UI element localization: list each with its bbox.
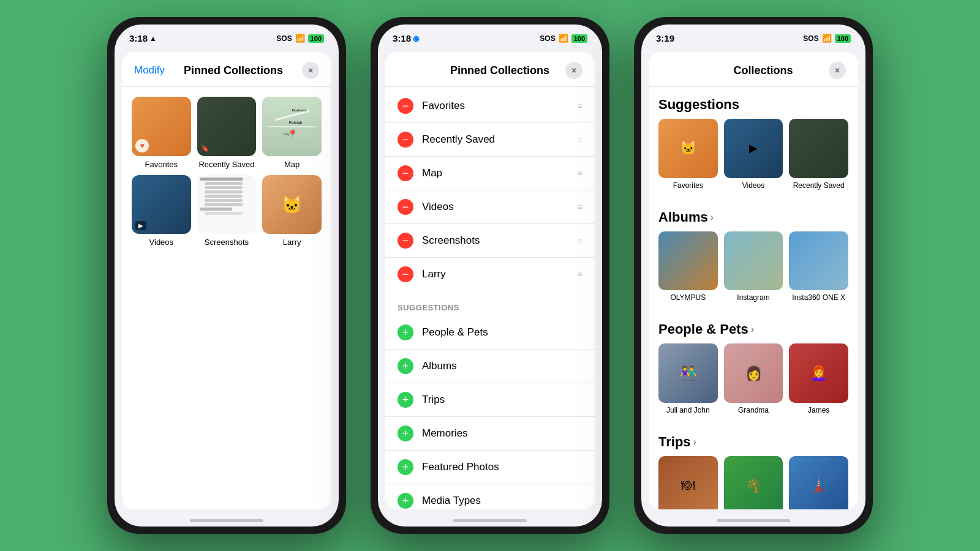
thumb-screenshots xyxy=(197,175,257,234)
close-button-2[interactable]: × xyxy=(565,62,582,79)
grid-item-recently-saved[interactable]: 🔖 Recently Saved xyxy=(197,97,257,169)
label-videos: Videos xyxy=(149,238,174,247)
list-visual xyxy=(197,175,257,234)
item-label-larry: Larry xyxy=(422,268,569,280)
grid-item-favorites[interactable]: ♥ Favorites xyxy=(132,97,191,169)
col-item-trip-1[interactable]: 🍽 xyxy=(658,456,718,509)
suggestions-header: SUGGESTIONS xyxy=(385,296,595,316)
line-5 xyxy=(205,195,243,198)
col-item-insta360[interactable]: Insta360 ONE X xyxy=(789,231,848,302)
drag-handle-screenshots[interactable]: ≡ xyxy=(578,236,582,246)
time-1: 3:18 ▲ xyxy=(129,33,157,43)
phone-2-screen: 3:18 ◉ SOS 📶 100 Pinned Collections × − xyxy=(378,24,602,527)
section-albums[interactable]: Albums › xyxy=(658,200,848,231)
col-thumb-james: 👩‍🦰 xyxy=(789,343,848,403)
status-icons-3: SOS 📶 100 xyxy=(803,34,851,43)
close-button-3[interactable]: × xyxy=(829,62,846,79)
line-6 xyxy=(205,199,243,202)
thumb-larry: 🐱 xyxy=(262,175,322,234)
col-label-favorites: Favorites xyxy=(658,181,718,190)
section-suggestions: Suggestions xyxy=(658,87,848,119)
battery-3: 100 xyxy=(835,34,851,43)
list-item-media-types[interactable]: + Media Types xyxy=(385,484,595,509)
drag-handle-recently-saved[interactable]: ≡ xyxy=(578,135,582,144)
list-item-larry[interactable]: − Larry ≡ xyxy=(385,258,595,291)
col-label-instagram: Instagram xyxy=(724,293,783,302)
grid-item-videos[interactable]: ▶ Videos xyxy=(132,175,191,247)
line-3 xyxy=(205,186,243,189)
battery-2: 100 xyxy=(571,34,587,43)
item-label-favorites: Favorites xyxy=(422,100,569,112)
col-thumb-favorites: 🐱 xyxy=(658,119,718,178)
col-thumb-trip-2: 🌴 xyxy=(724,456,783,509)
drag-handle-larry[interactable]: ≡ xyxy=(578,269,582,279)
list-item-videos[interactable]: − Videos ≡ xyxy=(385,190,595,224)
list-item-screenshots[interactable]: − Screenshots ≡ xyxy=(385,224,595,258)
col-label-insta360: Insta360 ONE X xyxy=(789,293,848,302)
line-7 xyxy=(205,203,243,206)
minus-icon-videos: − xyxy=(398,199,413,215)
wifi-icon-2: 📶 xyxy=(559,34,568,43)
col-item-instagram[interactable]: Instagram xyxy=(724,231,783,302)
grid-item-larry[interactable]: 🐱 Larry xyxy=(262,175,322,247)
modal-title-1: Pinned Collections xyxy=(165,64,302,77)
list-item-memories[interactable]: + Memories xyxy=(385,417,595,451)
label-larry: Larry xyxy=(283,238,301,247)
col-item-trip-3[interactable]: 🗼 xyxy=(789,456,848,509)
item-label-map: Map xyxy=(422,167,569,179)
drag-handle-videos[interactable]: ≡ xyxy=(578,202,582,212)
chevron-albums: › xyxy=(710,212,714,223)
time-2: 3:18 ◉ xyxy=(393,33,419,43)
item-label-screenshots: Screenshots xyxy=(422,234,569,247)
sos-label-1: SOS xyxy=(276,34,292,43)
list-item-favorites[interactable]: − Favorites ≡ xyxy=(385,89,595,123)
list-item-trips[interactable]: + Trips xyxy=(385,383,595,417)
phone-2: 3:18 ◉ SOS 📶 100 Pinned Collections × − xyxy=(371,17,609,534)
drag-handle-favorites[interactable]: ≡ xyxy=(578,101,582,111)
grid-item-map[interactable]: Durham Raleigh Cary 📍 Map xyxy=(262,97,322,169)
list-item-people-pets[interactable]: + People & Pets xyxy=(385,316,595,350)
col-item-videos[interactable]: ▶ Videos xyxy=(724,119,783,190)
photo-grid-1: ♥ Favorites 🔖 Recently Saved xyxy=(132,97,322,247)
list-item-featured-photos[interactable]: + Featured Photos xyxy=(385,451,595,484)
collections-content: Suggestions 🐱 Favorites ▶ Videos xyxy=(649,87,858,509)
section-trips[interactable]: Trips › xyxy=(658,424,848,456)
section-people-pets[interactable]: People & Pets › xyxy=(658,312,848,343)
col-thumb-juli-john: 👫 xyxy=(658,343,718,403)
close-button-1[interactable]: × xyxy=(302,62,319,79)
col-item-favorites[interactable]: 🐱 Favorites xyxy=(658,119,718,190)
col-item-recently-saved[interactable]: Recently Saved xyxy=(789,119,848,190)
modal-card-1: Modify Pinned Collections × ♥ Favorites xyxy=(122,52,331,509)
col-item-trip-2[interactable]: 🌴 xyxy=(724,456,783,509)
list-item-map[interactable]: − Map ≡ xyxy=(385,157,595,190)
status-bar-3: 3:19 SOS 📶 100 xyxy=(641,24,865,47)
modal-title-3: Collections xyxy=(698,64,829,77)
list-item-albums[interactable]: + Albums xyxy=(385,350,595,383)
list-item-recently-saved[interactable]: − Recently Saved ≡ xyxy=(385,123,595,157)
modal-title-2: Pinned Collections xyxy=(434,64,565,77)
time-3: 3:19 xyxy=(656,33,674,43)
col-item-juli-john[interactable]: 👫 Juli and John xyxy=(658,343,718,414)
item-label-recently-saved: Recently Saved xyxy=(422,133,569,146)
chevron-people: › xyxy=(751,324,754,335)
col-item-olympus[interactable]: OLYMPUS xyxy=(658,231,718,302)
col-thumb-olympus xyxy=(658,231,718,291)
drag-handle-map[interactable]: ≡ xyxy=(578,168,582,178)
col-item-james[interactable]: 👩‍🦰 James xyxy=(789,343,848,414)
item-label-albums: Albums xyxy=(422,360,582,372)
status-icons-2: SOS 📶 100 xyxy=(540,34,587,43)
location-icon-2: ◉ xyxy=(413,34,419,43)
pinned-section: − Favorites ≡ − Recently Saved ≡ − Map ≡ xyxy=(385,87,595,293)
grid-item-screenshots[interactable]: Screenshots xyxy=(197,175,257,247)
col-thumb-trip-3: 🗼 xyxy=(789,456,848,509)
item-label-memories: Memories xyxy=(422,427,582,440)
modify-button[interactable]: Modify xyxy=(134,64,165,77)
suggestions-section: SUGGESTIONS + People & Pets + Albums + T… xyxy=(385,293,595,509)
thumb-favorites: ♥ xyxy=(132,97,191,156)
minus-icon-map: − xyxy=(398,165,413,181)
phone-3: 3:19 SOS 📶 100 Collections × Suggestions xyxy=(634,17,873,534)
sos-label-2: SOS xyxy=(540,34,555,43)
battery-1: 100 xyxy=(308,34,324,43)
col-item-grandma[interactable]: 👩 Grandma xyxy=(724,343,783,414)
line-8 xyxy=(200,208,232,211)
